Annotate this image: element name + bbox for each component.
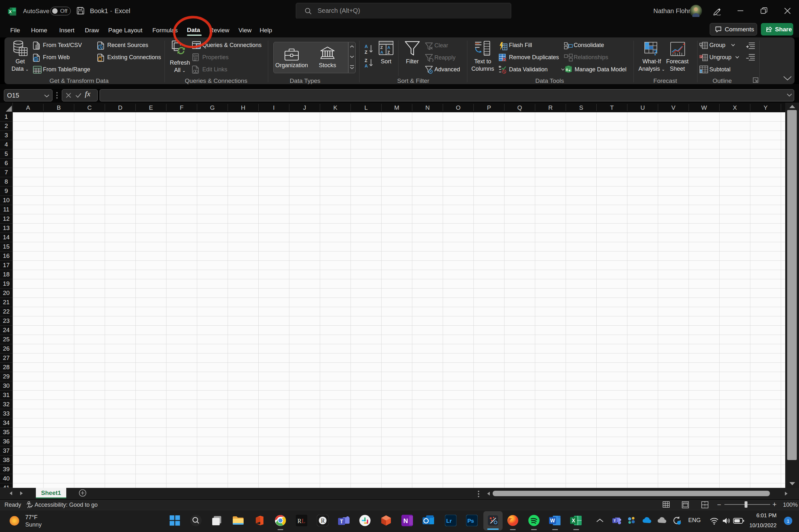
svg-text:A: A — [365, 63, 368, 69]
svg-text:1: 1 — [787, 518, 789, 524]
svg-text:Z: Z — [365, 50, 368, 55]
svg-text:X: X — [572, 518, 575, 524]
svg-text:Z: Z — [365, 58, 368, 63]
svg-text:L: L — [301, 518, 305, 524]
svg-text:W: W — [550, 518, 555, 524]
svg-text:R: R — [297, 518, 301, 524]
svg-text:Ps: Ps — [467, 518, 474, 524]
svg-text:A: A — [380, 50, 384, 55]
svg-text:?: ? — [653, 48, 657, 56]
svg-text:A: A — [365, 44, 368, 49]
svg-text:A: A — [387, 45, 391, 50]
svg-text:Z: Z — [380, 45, 383, 50]
svg-text:T: T — [340, 519, 343, 524]
svg-text:Lr: Lr — [446, 518, 452, 524]
svg-text:R: R — [321, 518, 325, 524]
svg-text:Z: Z — [387, 50, 390, 55]
svg-text:X: X — [9, 9, 12, 14]
svg-text:T: T — [614, 519, 616, 523]
svg-text:N: N — [403, 517, 408, 524]
